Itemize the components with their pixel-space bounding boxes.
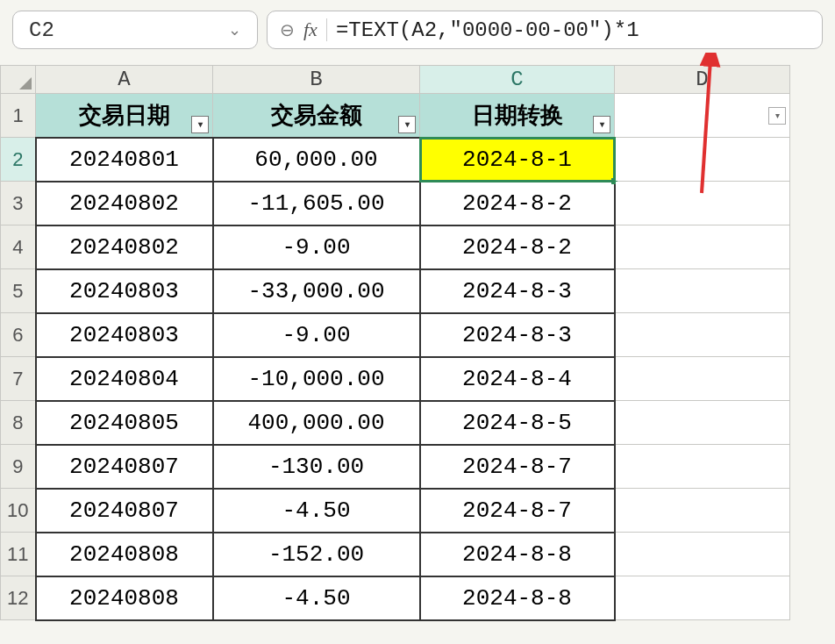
row-header-11[interactable]: 11 (1, 533, 36, 576)
cell-D8[interactable] (615, 401, 790, 445)
cell-C3[interactable]: 2024-8-2 (420, 182, 615, 225)
filter-icon[interactable]: ▾ (768, 107, 786, 125)
cell-B3[interactable]: -11,605.00 (213, 182, 420, 225)
cell-D2[interactable] (615, 138, 790, 182)
cell-D4[interactable] (615, 225, 790, 269)
cell-A3[interactable]: 20240802 (36, 182, 213, 225)
cell-D3[interactable] (615, 182, 790, 225)
cell-B6[interactable]: -9.00 (213, 313, 420, 357)
cell-B2[interactable]: 60,000.00 (213, 138, 420, 182)
cell-A7[interactable]: 20240804 (36, 357, 213, 401)
row-header-8[interactable]: 8 (1, 401, 36, 445)
cell-A4[interactable]: 20240802 (36, 225, 213, 269)
cell-A2[interactable]: 20240801 (36, 138, 213, 182)
col-header-A[interactable]: A (36, 66, 213, 94)
row-header-6[interactable]: 6 (1, 313, 36, 357)
cell-D10[interactable] (615, 489, 790, 533)
header-label-B: 交易金额 (271, 102, 362, 128)
cell-B7[interactable]: -10,000.00 (213, 357, 420, 401)
header-label-C: 日期转换 (472, 102, 563, 128)
cell-C9[interactable]: 2024-8-7 (420, 445, 615, 489)
cell-C1[interactable]: 日期转换 ▾ (420, 94, 615, 138)
cell-C7[interactable]: 2024-8-4 (420, 357, 615, 401)
cell-A1[interactable]: 交易日期 ▾ (36, 94, 213, 138)
cell-D12[interactable] (615, 576, 790, 620)
row-header-10[interactable]: 10 (1, 489, 36, 533)
col-header-B[interactable]: B (213, 66, 420, 94)
cell-B9[interactable]: -130.00 (213, 445, 420, 489)
cell-C5[interactable]: 2024-8-3 (420, 269, 615, 313)
cell-C2[interactable]: 2024-8-1 (420, 138, 615, 182)
col-header-D[interactable]: D (615, 66, 790, 94)
filter-icon[interactable]: ▾ (191, 116, 209, 133)
cell-A11[interactable]: 20240808 (36, 533, 213, 576)
cell-C12[interactable]: 2024-8-8 (420, 576, 615, 620)
cell-C8[interactable]: 2024-8-5 (420, 401, 615, 445)
cell-C6[interactable]: 2024-8-3 (420, 313, 615, 357)
cell-A6[interactable]: 20240803 (36, 313, 213, 357)
cell-D9[interactable] (615, 445, 790, 489)
cell-A8[interactable]: 20240805 (36, 401, 213, 445)
select-all-corner[interactable] (1, 66, 36, 94)
cell-D7[interactable] (615, 357, 790, 401)
cell-D5[interactable] (615, 269, 790, 313)
cell-A10[interactable]: 20240807 (36, 489, 213, 533)
filter-icon[interactable]: ▾ (593, 116, 610, 133)
col-header-C[interactable]: C (420, 66, 615, 94)
row-header-9[interactable]: 9 (1, 445, 36, 489)
name-box-ref: C2 (29, 18, 54, 42)
zoom-out-icon[interactable]: ⊖ (280, 19, 295, 40)
formula-bar: C2 ⌄ ⊖ fx =TEXT(A2,"0000-00-00")*1 (0, 0, 835, 60)
spreadsheet-grid: A B C D 1 交易日期 ▾ 交易金额 ▾ 日期转换 ▾ ▾ 2 20240… (0, 65, 835, 621)
row-header-12[interactable]: 12 (1, 576, 36, 620)
row-header-3[interactable]: 3 (1, 182, 36, 225)
cell-B11[interactable]: -152.00 (213, 533, 420, 576)
cell-C10[interactable]: 2024-8-7 (420, 489, 615, 533)
filter-icon[interactable]: ▾ (398, 116, 416, 133)
cell-B5[interactable]: -33,000.00 (213, 269, 420, 313)
cell-C11[interactable]: 2024-8-8 (420, 533, 615, 576)
cell-D11[interactable] (615, 533, 790, 576)
cell-D6[interactable] (615, 313, 790, 357)
row-header-2[interactable]: 2 (1, 138, 36, 182)
cell-C4[interactable]: 2024-8-2 (420, 225, 615, 269)
cell-B1[interactable]: 交易金额 ▾ (213, 94, 420, 138)
fx-icon[interactable]: fx (303, 18, 318, 41)
row-header-7[interactable]: 7 (1, 357, 36, 401)
cell-D1[interactable]: ▾ (615, 94, 790, 138)
row-header-5[interactable]: 5 (1, 269, 36, 313)
name-box[interactable]: C2 ⌄ (12, 11, 258, 49)
divider (326, 18, 327, 41)
row-header-1[interactable]: 1 (1, 94, 36, 138)
cell-A12[interactable]: 20240808 (36, 576, 213, 620)
cell-B10[interactable]: -4.50 (213, 489, 420, 533)
row-header-4[interactable]: 4 (1, 225, 36, 269)
header-label-A: 交易日期 (79, 102, 170, 128)
cell-B4[interactable]: -9.00 (213, 225, 420, 269)
cell-B12[interactable]: -4.50 (213, 576, 420, 620)
cell-A9[interactable]: 20240807 (36, 445, 213, 489)
formula-input[interactable]: =TEXT(A2,"0000-00-00")*1 (336, 18, 639, 42)
formula-input-wrap: ⊖ fx =TEXT(A2,"0000-00-00")*1 (267, 11, 823, 49)
cell-B8[interactable]: 400,000.00 (213, 401, 420, 445)
chevron-down-icon[interactable]: ⌄ (228, 20, 241, 39)
cell-A5[interactable]: 20240803 (36, 269, 213, 313)
